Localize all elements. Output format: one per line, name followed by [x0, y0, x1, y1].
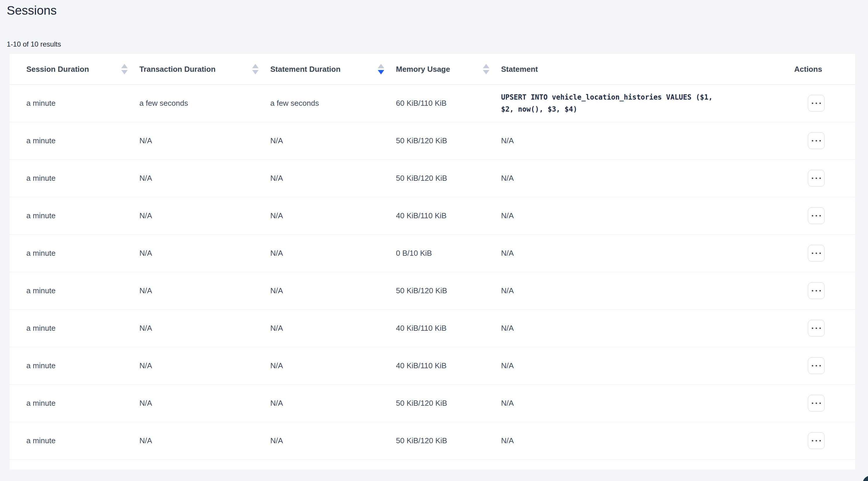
- cell-statement: N/A: [501, 249, 794, 258]
- column-header-label: Session Duration: [26, 65, 89, 74]
- column-header-label: Statement Duration: [270, 65, 341, 74]
- table-row[interactable]: a minute N/A N/A 50 KiB/120 KiB N/A: [10, 422, 855, 460]
- row-actions-button[interactable]: [808, 357, 825, 374]
- row-actions-button[interactable]: [808, 245, 825, 262]
- ellipsis-horizontal-icon: [812, 215, 813, 216]
- ellipsis-horizontal-icon: [812, 290, 813, 292]
- ellipsis-horizontal-icon: [812, 102, 813, 104]
- table-row[interactable]: a minute N/A N/A 0 B/10 KiB N/A: [10, 235, 855, 272]
- cell-statement: N/A: [501, 136, 794, 145]
- cell-session-duration: a minute: [26, 286, 140, 295]
- ellipsis-horizontal-icon: [812, 252, 813, 254]
- table-row[interactable]: a minute N/A N/A 50 KiB/120 KiB N/A: [10, 385, 855, 422]
- cell-memory-usage: 50 KiB/120 KiB: [396, 136, 501, 145]
- cell-session-duration: a minute: [26, 249, 140, 258]
- column-header-label: Actions: [794, 65, 822, 74]
- column-header-memory-usage[interactable]: Memory Usage: [396, 64, 501, 74]
- cell-session-duration: a minute: [26, 436, 140, 445]
- cell-session-duration: a minute: [26, 361, 140, 370]
- cell-statement-duration: N/A: [270, 324, 396, 333]
- column-header-actions: Actions: [794, 65, 838, 74]
- ellipsis-horizontal-icon: [812, 140, 813, 142]
- sessions-table-card: Session Duration Transaction Duration St…: [10, 54, 855, 470]
- column-header-statement-duration[interactable]: Statement Duration: [270, 64, 396, 74]
- row-actions-button[interactable]: [808, 282, 825, 299]
- row-actions-button[interactable]: [808, 395, 825, 412]
- cell-actions: [794, 432, 838, 449]
- cell-transaction-duration: N/A: [140, 361, 270, 370]
- row-actions-button[interactable]: [808, 432, 825, 449]
- cell-actions: [794, 132, 838, 149]
- cell-session-duration: a minute: [26, 324, 140, 333]
- ellipsis-horizontal-icon: [812, 178, 813, 179]
- cell-session-duration: a minute: [26, 99, 140, 108]
- column-header-transaction-duration[interactable]: Transaction Duration: [140, 64, 270, 74]
- cell-statement-duration: N/A: [270, 399, 396, 408]
- column-header-label: Transaction Duration: [140, 65, 216, 74]
- cell-statement: N/A: [501, 324, 794, 333]
- sort-icon: [483, 64, 489, 74]
- column-header-label: Memory Usage: [396, 65, 450, 74]
- cell-statement-duration: N/A: [270, 136, 396, 145]
- cell-actions: [794, 320, 838, 337]
- table-row[interactable]: a minute a few seconds a few seconds 60 …: [10, 85, 855, 122]
- cell-actions: [794, 245, 838, 262]
- cell-session-duration: a minute: [26, 174, 140, 183]
- cell-memory-usage: 40 KiB/110 KiB: [396, 324, 501, 333]
- cell-transaction-duration: N/A: [140, 399, 270, 408]
- cell-session-duration: a minute: [26, 211, 140, 220]
- table-row[interactable]: a minute N/A N/A 40 KiB/110 KiB N/A: [10, 310, 855, 347]
- ellipsis-horizontal-icon: [812, 328, 813, 329]
- cell-statement: N/A: [501, 211, 794, 220]
- table-row[interactable]: a minute N/A N/A 40 KiB/110 KiB N/A: [10, 197, 855, 235]
- cell-transaction-duration: N/A: [140, 249, 270, 258]
- sort-icon: [121, 64, 128, 74]
- row-actions-button[interactable]: [808, 95, 825, 112]
- row-actions-button[interactable]: [808, 320, 825, 337]
- cell-statement-duration: a few seconds: [270, 99, 396, 108]
- cell-transaction-duration: N/A: [140, 436, 270, 445]
- cell-memory-usage: 50 KiB/120 KiB: [396, 399, 501, 408]
- cell-actions: [794, 282, 838, 299]
- cell-statement-duration: N/A: [270, 174, 396, 183]
- cell-actions: [794, 170, 838, 187]
- cell-actions: [794, 207, 838, 224]
- table-row[interactable]: a minute N/A N/A 50 KiB/120 KiB N/A: [10, 272, 855, 310]
- results-summary: 1-10 of 10 results: [7, 40, 61, 48]
- table-body: a minute a few seconds a few seconds 60 …: [10, 85, 855, 460]
- cell-memory-usage: 0 B/10 KiB: [396, 249, 501, 258]
- cell-memory-usage: 50 KiB/120 KiB: [396, 174, 501, 183]
- column-header-label: Statement: [501, 65, 538, 74]
- ellipsis-horizontal-icon: [812, 402, 813, 404]
- cell-statement: N/A: [501, 436, 794, 445]
- table-header-row: Session Duration Transaction Duration St…: [10, 54, 855, 85]
- cell-actions: [794, 95, 838, 112]
- ellipsis-horizontal-icon: [812, 440, 813, 442]
- column-header-statement: Statement: [501, 65, 794, 74]
- cell-transaction-duration: N/A: [140, 136, 270, 145]
- cell-memory-usage: 40 KiB/110 KiB: [396, 211, 501, 220]
- cell-statement-duration: N/A: [270, 286, 396, 295]
- table-row[interactable]: a minute N/A N/A 40 KiB/110 KiB N/A: [10, 347, 855, 385]
- corner-circle-widget[interactable]: [863, 476, 868, 481]
- row-actions-button[interactable]: [808, 170, 825, 187]
- row-actions-button[interactable]: [808, 207, 825, 224]
- cell-statement-duration: N/A: [270, 361, 396, 370]
- cell-memory-usage: 50 KiB/120 KiB: [396, 436, 501, 445]
- cell-statement-duration: N/A: [270, 436, 396, 445]
- cell-transaction-duration: a few seconds: [140, 99, 270, 108]
- table-row[interactable]: a minute N/A N/A 50 KiB/120 KiB N/A: [10, 160, 855, 197]
- cell-statement: UPSERT INTO vehicle_location_histories V…: [501, 91, 794, 115]
- cell-transaction-duration: N/A: [140, 174, 270, 183]
- cell-statement: N/A: [501, 174, 794, 183]
- cell-actions: [794, 357, 838, 374]
- cell-statement: N/A: [501, 399, 794, 408]
- column-header-session-duration[interactable]: Session Duration: [26, 64, 140, 74]
- cell-memory-usage: 50 KiB/120 KiB: [396, 286, 501, 295]
- row-actions-button[interactable]: [808, 132, 825, 149]
- cell-statement-duration: N/A: [270, 249, 396, 258]
- sort-icon: [252, 64, 258, 74]
- table-row[interactable]: a minute N/A N/A 50 KiB/120 KiB N/A: [10, 122, 855, 160]
- cell-session-duration: a minute: [26, 399, 140, 408]
- cell-actions: [794, 395, 838, 412]
